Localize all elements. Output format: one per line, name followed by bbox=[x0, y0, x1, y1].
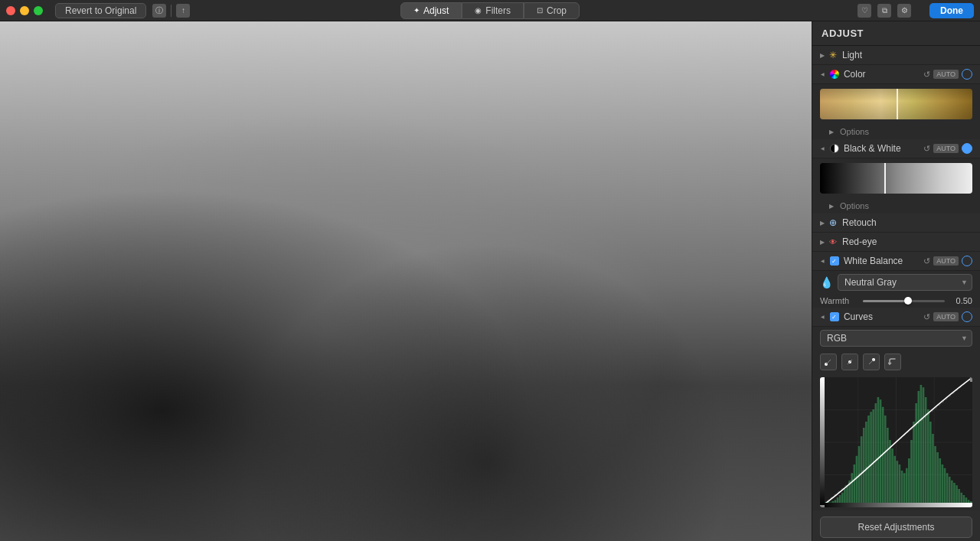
warmth-row: Warmth 0.50 bbox=[812, 294, 980, 308]
color-label: Color bbox=[844, 69, 923, 80]
maximize-button[interactable] bbox=[34, 6, 43, 15]
wb-auto-badge[interactable]: AUTO bbox=[933, 256, 959, 266]
color-options-chevron: ▶ bbox=[829, 129, 834, 135]
copy-icon[interactable]: ⧉ bbox=[877, 4, 891, 18]
wb-label: White Balance bbox=[844, 256, 923, 266]
curves-toggle[interactable] bbox=[962, 311, 972, 322]
color-section-row[interactable]: ▼ Color ↺ AUTO bbox=[812, 65, 980, 84]
bw-controls: ↺ AUTO bbox=[923, 143, 972, 154]
bw-options-row[interactable]: ▶ Options bbox=[812, 198, 980, 213]
black-point-tool[interactable] bbox=[820, 354, 837, 370]
crop-icon: ⊡ bbox=[537, 6, 543, 15]
color-auto-badge[interactable]: AUTO bbox=[933, 70, 959, 79]
rgb-select[interactable]: RGB bbox=[820, 330, 972, 347]
main-content: ADJUST ▶ ✳ Light ▼ Color ↺ AUTO ▶ bbox=[0, 21, 980, 541]
nav-filters-button[interactable]: ◉ Filters bbox=[462, 2, 524, 19]
curves-auto-badge[interactable]: AUTO bbox=[933, 312, 959, 321]
color-strip[interactable] bbox=[820, 89, 972, 119]
filters-label: Filters bbox=[485, 5, 511, 16]
wb-controls: ↺ AUTO bbox=[923, 256, 972, 266]
wb-reset-icon[interactable]: ↺ bbox=[923, 256, 930, 266]
redeye-label: Red-eye bbox=[842, 236, 972, 247]
wb-chevron: ▼ bbox=[819, 258, 826, 264]
light-section-row[interactable]: ▶ ✳ Light bbox=[812, 46, 980, 65]
revert-button[interactable]: Revert to Original bbox=[55, 3, 146, 18]
adjust-icon: ✦ bbox=[413, 6, 420, 15]
bw-strip[interactable] bbox=[820, 163, 972, 194]
retouch-section-row[interactable]: ▶ ⊕ Retouch bbox=[812, 213, 980, 233]
share-icon[interactable]: ↑ bbox=[176, 4, 190, 18]
color-icon bbox=[829, 69, 840, 80]
curves-graph[interactable] bbox=[820, 377, 972, 507]
adjust-tool-icon[interactable]: ⚙ bbox=[897, 4, 911, 18]
reset-adjustments-button[interactable]: Reset Adjustments bbox=[820, 517, 972, 538]
warmth-value: 0.50 bbox=[949, 296, 972, 305]
info-icon[interactable]: ⓘ bbox=[152, 4, 166, 18]
bw-toggle[interactable] bbox=[962, 143, 972, 154]
bw-chevron: ▼ bbox=[819, 145, 826, 152]
curves-content: RGB ▼ bbox=[812, 327, 980, 510]
mid-point-tool[interactable] bbox=[841, 354, 858, 370]
white-point-tool[interactable] bbox=[863, 354, 880, 370]
rgb-select-wrap: RGB ▼ bbox=[820, 330, 972, 347]
bw-reset-icon[interactable]: ↺ bbox=[923, 144, 930, 154]
color-chevron: ▼ bbox=[819, 71, 826, 77]
bw-auto-badge[interactable]: AUTO bbox=[933, 144, 959, 153]
wb-select-wrap: Neutral Gray ▼ bbox=[838, 274, 972, 291]
wb-section-row[interactable]: ▼ White Balance ↺ AUTO bbox=[812, 252, 980, 271]
close-button[interactable] bbox=[6, 6, 15, 15]
warmth-fill bbox=[863, 300, 908, 302]
photo-background bbox=[0, 21, 812, 541]
favorite-icon[interactable]: ♡ bbox=[858, 4, 871, 18]
curves-label: Curves bbox=[844, 311, 923, 322]
curves-icon bbox=[829, 311, 840, 322]
bw-options-chevron: ▶ bbox=[829, 203, 834, 210]
bw-strip-marker[interactable] bbox=[884, 163, 886, 194]
retouch-chevron: ▶ bbox=[820, 220, 825, 227]
curves-rgb-row: RGB ▼ bbox=[812, 327, 980, 350]
redeye-section-row[interactable]: ▶ 👁 Red-eye bbox=[812, 233, 980, 252]
eye-icon: 👁 bbox=[828, 236, 838, 247]
curves-section-row[interactable]: ▼ Curves ↺ AUTO bbox=[812, 308, 980, 327]
redeye-chevron: ▶ bbox=[820, 239, 825, 246]
wb-checkbox bbox=[830, 256, 839, 266]
filters-icon: ◉ bbox=[475, 6, 482, 15]
titlebar: Revert to Original ⓘ ↑ ✦ Adjust ◉ Filter… bbox=[0, 0, 980, 21]
warmth-slider[interactable] bbox=[863, 300, 945, 302]
nav-tabs: ✦ Adjust ◉ Filters ⊡ Crop bbox=[400, 2, 580, 19]
wb-toggle[interactable] bbox=[962, 256, 972, 266]
adjust-header: ADJUST bbox=[812, 21, 980, 46]
bw-section-row[interactable]: ▼ Black & White ↺ AUTO bbox=[812, 139, 980, 158]
color-controls: ↺ AUTO bbox=[923, 69, 972, 80]
adjust-label: Adjust bbox=[423, 5, 449, 16]
curves-chevron: ▼ bbox=[819, 314, 826, 320]
wb-content: 💧 Neutral Gray ▼ Warmth 0.50 bbox=[812, 271, 980, 308]
done-button[interactable]: Done bbox=[929, 3, 974, 18]
curves-controls: ↺ AUTO bbox=[923, 311, 972, 322]
curves-reset-icon[interactable]: ↺ bbox=[923, 312, 930, 322]
svg-line-3 bbox=[848, 360, 852, 364]
photo-overlay bbox=[0, 21, 812, 541]
reset-curve-tool[interactable] bbox=[884, 354, 901, 370]
bw-content: ▶ Options bbox=[812, 158, 980, 213]
wb-dropper-icon: 💧 bbox=[820, 276, 833, 288]
titlebar-icons: ⓘ ↑ bbox=[152, 4, 190, 18]
svg-line-1 bbox=[826, 360, 831, 364]
nav-crop-button[interactable]: ⊡ Crop bbox=[524, 2, 580, 19]
minimize-button[interactable] bbox=[20, 6, 29, 15]
curves-tools bbox=[812, 350, 980, 374]
wb-select[interactable]: Neutral Gray bbox=[838, 274, 972, 291]
right-panel: ADJUST ▶ ✳ Light ▼ Color ↺ AUTO ▶ bbox=[812, 21, 980, 541]
image-area[interactable] bbox=[0, 21, 812, 541]
curves-canvas[interactable] bbox=[820, 377, 972, 507]
nav-adjust-button[interactable]: ✦ Adjust bbox=[400, 2, 462, 19]
color-reset-icon[interactable]: ↺ bbox=[923, 70, 930, 80]
color-options-row[interactable]: ▶ Options bbox=[812, 124, 980, 139]
warmth-thumb[interactable] bbox=[904, 297, 912, 305]
color-toggle[interactable] bbox=[962, 69, 972, 80]
color-strip-marker bbox=[897, 89, 898, 119]
retouch-label: Retouch bbox=[842, 217, 972, 228]
color-content: ▶ Options bbox=[812, 84, 980, 139]
svg-line-5 bbox=[869, 360, 874, 364]
wb-icon bbox=[829, 256, 840, 266]
